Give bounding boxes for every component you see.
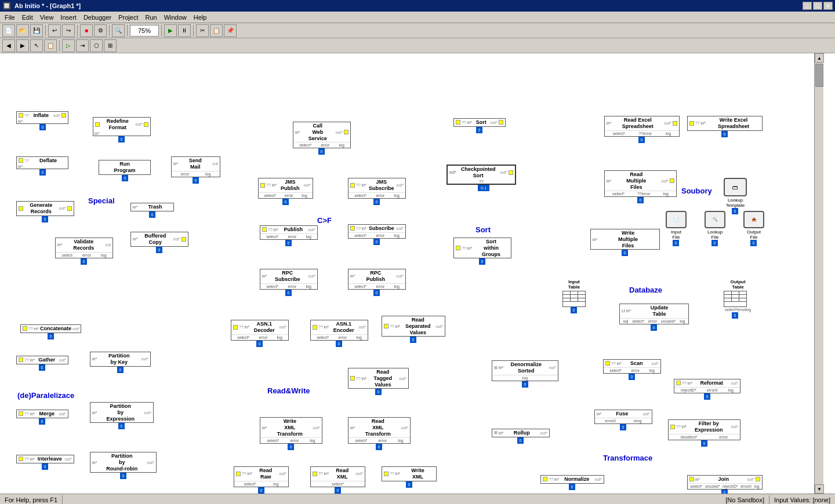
properties-button[interactable]: 📋 <box>44 39 57 52</box>
status-input: Input Values: [none] <box>774 496 830 503</box>
node-sort[interactable]: ?? in* Sort out* 0 <box>453 118 506 134</box>
node-jms-publish[interactable]: ?? in* JMSPublish out* select*errorlog 0 <box>258 178 313 206</box>
node-interleave[interactable]: ?? in* Interleave out* 0 <box>16 455 74 470</box>
node-subscribe[interactable]: ?? in* Subscribe out* select*errorlog 0 <box>348 224 406 246</box>
start-button[interactable]: ▷ <box>62 39 75 52</box>
node-lookup-template[interactable]: 🗃 LookupTemplate 0 <box>724 178 747 215</box>
node-buffered-copy[interactable]: in* BufferedCopy out* 0 <box>130 232 188 254</box>
node-redefine-format[interactable]: RedefineFormat out* in* 0 <box>93 117 151 143</box>
node-update-table[interactable]: Lt in* UpdateTable sqlselect*errorunused… <box>619 304 689 331</box>
node-trash[interactable]: in* Trash 0 <box>130 203 174 218</box>
save-button[interactable]: 💾 <box>30 24 43 37</box>
node-checkpointed-sort[interactable]: in0* CheckpointedSort out* ?? 0-1 <box>446 165 516 192</box>
node-read-raw[interactable]: ?? in* ReadRaw out* select*log 0 <box>234 466 289 494</box>
node-validate-records[interactable]: in* ValidateRecords out selecterrorlog 0 <box>55 238 113 265</box>
node-asn1-encoder[interactable]: ?? in* ASN.1Encoder out* select*errorlog… <box>310 320 368 348</box>
node-generate-records[interactable]: GenerateRecords out* 0 <box>16 201 74 223</box>
section-label-cf: C>F <box>317 216 332 225</box>
node-send-mail[interactable]: in* SendMail out errorlog 0 <box>171 156 220 184</box>
pointer-button[interactable]: ↖ <box>30 39 43 52</box>
node-concatenate[interactable]: ?? in* Concatenate out* 0 <box>20 324 81 340</box>
node-read-multiple-files[interactable]: in* ReadMultipleFiles out* select*??erro… <box>604 170 677 204</box>
menu-debugger[interactable]: Debugger <box>80 13 115 22</box>
node-write-multiple-files[interactable]: in* WriteMultipleFiles 0 <box>590 229 660 257</box>
redo-button[interactable]: ↪ <box>62 24 75 37</box>
node-read-xml[interactable]: ?? in* ReadXML out* select* 0 <box>310 466 365 494</box>
compile-button[interactable]: ⚙ <box>94 24 107 37</box>
node-merge[interactable]: ?? in* Merge out* 0 <box>16 410 68 425</box>
node-rollup[interactable]: ⊞ in* Rollup out* 0 <box>492 429 550 444</box>
menu-edit[interactable]: Edit <box>19 13 37 22</box>
app-icon: 🔲 <box>2 2 11 10</box>
node-rpc-publish[interactable]: in* RPCPublish out* select*errorlog 0 <box>348 269 406 297</box>
node-partition-by-expression[interactable]: in* PartitionbyExpression out* 0 <box>90 402 154 430</box>
menu-view[interactable]: View <box>37 13 57 22</box>
node-write-xml[interactable]: ?? in* WriteXML 0 <box>382 466 437 488</box>
node-denormalize-sorted[interactable]: ⊞ in* DenormalizeSorted out* log 0 <box>492 360 558 388</box>
connect-button[interactable]: ⬡ <box>90 39 103 52</box>
toolbar-main: 📄 📂 💾 ↩ ↪ ■ ⚙ 🔍 ▶ ⏸ ✂ 📋 📌 <box>0 23 835 38</box>
pause-button[interactable]: ⏸ <box>178 24 191 37</box>
copy-button[interactable]: 📋 <box>210 24 223 37</box>
layout-button[interactable]: ⊞ <box>104 39 117 52</box>
node-lookup-file[interactable]: 🔍 LookupFile 0 <box>705 211 725 247</box>
node-partition-by-key[interactable]: in* Partitionby Key out* 0 <box>90 352 151 374</box>
cut-button[interactable]: ✂ <box>196 24 209 37</box>
menu-insert[interactable]: Insert <box>57 13 80 22</box>
find-button[interactable]: 🔍 <box>112 24 125 37</box>
node-write-xml-transform[interactable]: in* WriteXMLTransform out* select*errorl… <box>260 417 322 451</box>
node-partition-by-round-robin[interactable]: in* PartitionbyRound-robin out* 0 <box>90 452 157 480</box>
node-deflate[interactable]: ?? Deflate in* 0 <box>16 156 68 176</box>
graph-canvas: Special (de)Paralelizace C>F Read&Write … <box>0 53 823 494</box>
section-label-sort: Sort <box>475 225 491 234</box>
status-bar: For Help, press F1 [No Sandbox] Input Va… <box>0 494 835 504</box>
node-rpc-subscribe[interactable]: in* RPCSubscribe out* select*errorlog 0 <box>260 269 318 297</box>
node-read-tagged-values[interactable]: ?? in* ReadTaggedValues out* 0 <box>348 368 409 396</box>
node-asn1-decoder[interactable]: ?? in* ASN.1Decoder out* select*errorlog… <box>231 320 289 348</box>
node-call-web-service[interactable]: in* CallWebService out* select*errorlog … <box>293 122 351 155</box>
step-button[interactable]: ⇥ <box>76 39 89 52</box>
node-reformat[interactable]: ?? in* Reformat out* rejectID*error0log … <box>674 379 740 400</box>
node-inflate[interactable]: ?? Inflate out* in* 0 <box>16 111 68 131</box>
node-jms-subscribe[interactable]: ?? in* JMSSubscribe out* select*errorlog… <box>348 178 406 206</box>
node-input-table[interactable]: InputTable 0 <box>562 279 586 314</box>
section-label-deparalelizace: (de)Paralelizace <box>17 391 74 400</box>
node-output-file[interactable]: 📤 OutputFile 0 <box>743 211 764 247</box>
open-button[interactable]: 📂 <box>16 24 29 37</box>
canvas-area[interactable]: Special (de)Paralelizace C>F Read&Write … <box>0 53 835 494</box>
node-output-table[interactable]: OutputTable select*errorlog 0 <box>724 279 752 319</box>
node-scan[interactable]: ?? in* Scan out* select*errorlog 0 <box>603 359 661 381</box>
node-sort-within-groups[interactable]: ?? in* SortwithinGroups 0 <box>453 238 511 265</box>
node-write-excel-spreadsheet[interactable]: ?? in* Write ExcelSpreadsheet 0 <box>687 116 763 138</box>
next-button[interactable]: ▶ <box>16 39 29 52</box>
run-button[interactable]: ▶ <box>164 24 177 37</box>
node-publish[interactable]: ?? in* Publish out* select*errorlog 0 <box>260 225 318 247</box>
menu-bar: File Edit View Insert Debugger Project R… <box>0 12 835 23</box>
menu-help[interactable]: Help <box>190 13 210 22</box>
node-read-excel-spreadsheet[interactable]: in* Read ExcelSpreadsheet out* select*??… <box>604 116 680 144</box>
menu-project[interactable]: Project <box>115 13 141 22</box>
stop-button[interactable]: ■ <box>80 24 93 37</box>
node-fuse[interactable]: in* Fuse out* error0enrg 0 <box>594 410 652 431</box>
new-button[interactable]: 📄 <box>2 24 15 37</box>
node-join[interactable]: in* Join out* select*unused*rejectID*err… <box>687 475 763 494</box>
zoom-input[interactable] <box>130 25 159 36</box>
node-filter-by-expression[interactable]: ?? in* Filter byExpression out* deselect… <box>668 419 740 447</box>
menu-window[interactable]: Window <box>161 13 190 22</box>
paste-button[interactable]: 📌 <box>224 24 237 37</box>
status-sandbox: [No Sandbox] <box>725 496 764 503</box>
undo-button[interactable]: ↩ <box>48 24 61 37</box>
node-normalize[interactable]: ?? in* Normalize out* 0 <box>540 475 604 491</box>
minimize-button[interactable]: _ <box>803 2 812 10</box>
close-button[interactable]: × <box>823 2 833 10</box>
node-read-xml-transform[interactable]: in* ReadXMLTransform out* select*errorlo… <box>348 417 411 451</box>
node-read-separated-values[interactable]: ?? in* ReadSeparatedValues out* 0 <box>382 316 445 344</box>
node-gather[interactable]: ?? in* Gather out* 0 <box>16 356 68 371</box>
node-run-program[interactable]: RunProgram 0 <box>99 160 151 182</box>
section-label-transformace: Transformace <box>603 454 652 462</box>
prev-button[interactable]: ◀ <box>2 39 15 52</box>
menu-file[interactable]: File <box>1 13 19 22</box>
maximize-button[interactable]: □ <box>813 2 822 10</box>
menu-run[interactable]: Run <box>141 13 160 22</box>
node-input-file[interactable]: 📄 InputFile 0 <box>666 211 687 247</box>
